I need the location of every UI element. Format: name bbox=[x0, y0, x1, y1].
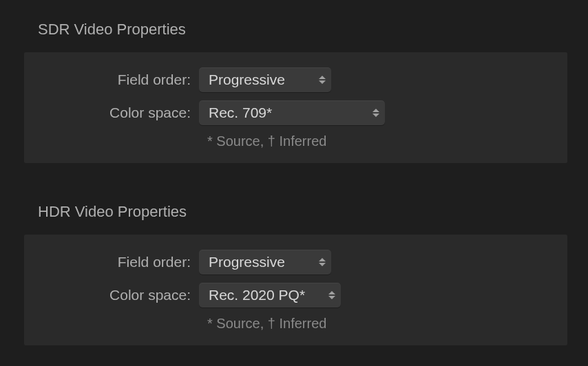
hdr-color-space-value: Rec. 2020 PQ* bbox=[209, 287, 305, 303]
sdr-color-space-value: Rec. 709* bbox=[209, 105, 272, 121]
hdr-footnote-row: * Source, † Inferred bbox=[41, 316, 551, 332]
updown-arrows-icon bbox=[328, 291, 335, 299]
sdr-field-order-row: Field order: Progressive bbox=[41, 67, 551, 92]
sdr-color-space-row: Color space: Rec. 709* bbox=[41, 100, 551, 125]
properties-pane: SDR Video Properties Field order: Progre… bbox=[0, 0, 588, 366]
hdr-field-order-row: Field order: Progressive bbox=[41, 250, 551, 274]
updown-arrows-icon bbox=[319, 76, 326, 84]
hdr-field-order-dropdown[interactable]: Progressive bbox=[199, 250, 331, 274]
hdr-color-space-label: Color space: bbox=[41, 287, 199, 303]
sdr-panel: Field order: Progressive Color space: Re… bbox=[24, 52, 567, 163]
sdr-color-space-label: Color space: bbox=[41, 105, 199, 121]
sdr-section-title: SDR Video Properties bbox=[0, 0, 567, 52]
hdr-color-space-dropdown[interactable]: Rec. 2020 PQ* bbox=[199, 283, 341, 308]
sdr-field-order-dropdown[interactable]: Progressive bbox=[199, 67, 331, 92]
updown-arrows-icon bbox=[372, 109, 379, 117]
sdr-color-space-dropdown[interactable]: Rec. 709* bbox=[199, 100, 385, 125]
hdr-field-order-value: Progressive bbox=[209, 254, 285, 270]
hdr-panel: Field order: Progressive Color space: Re… bbox=[24, 235, 567, 345]
hdr-section-title: HDR Video Properties bbox=[0, 182, 567, 235]
sdr-footnote-text: * Source, † Inferred bbox=[207, 133, 326, 149]
hdr-color-space-row: Color space: Rec. 2020 PQ* bbox=[41, 283, 551, 308]
sdr-field-order-value: Progressive bbox=[209, 72, 285, 88]
hdr-footnote-text: * Source, † Inferred bbox=[207, 316, 326, 332]
sdr-footnote-row: * Source, † Inferred bbox=[41, 133, 551, 149]
hdr-field-order-label: Field order: bbox=[41, 254, 199, 270]
sdr-field-order-label: Field order: bbox=[41, 72, 199, 88]
updown-arrows-icon bbox=[319, 258, 326, 266]
